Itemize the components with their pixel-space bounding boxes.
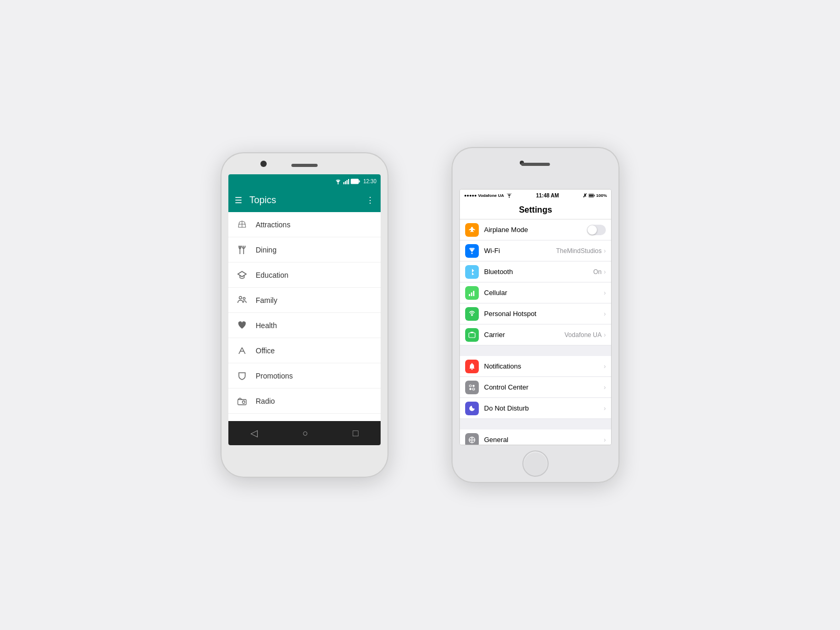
android-statusbar: 12:30 — [228, 174, 381, 188]
svg-point-36 — [471, 439, 473, 441]
ios-section-divider-2 — [460, 419, 611, 429]
ios-home-button[interactable] — [522, 450, 549, 477]
bluetooth-icon2 — [469, 268, 475, 276]
dnd-row[interactable]: Do Not Disturb › — [460, 398, 611, 419]
airplane-toggle[interactable] — [587, 225, 606, 235]
svg-point-32 — [472, 385, 475, 387]
more-icon[interactable]: ⋮ — [366, 195, 374, 205]
bluetooth-row-icon — [465, 265, 479, 279]
ios-section-network: Airplane Mode Wi-Fi TheMindStudios — [460, 219, 611, 345]
svg-rect-1 — [351, 179, 359, 184]
family-label: Family — [256, 296, 277, 304]
wifi-icon — [334, 178, 342, 184]
ios-section-notifications: Notifications › Control Center › — [460, 356, 611, 419]
general-chevron: › — [604, 436, 606, 444]
list-item[interactable]: Dining — [228, 237, 381, 262]
wifi-row[interactable]: Wi-Fi TheMindStudios › — [460, 240, 611, 261]
battery-status-icon — [589, 193, 595, 198]
list-item[interactable]: Attractions — [228, 212, 381, 237]
list-item[interactable]: Family — [228, 288, 381, 313]
promotions-icon — [236, 370, 248, 382]
cellular-row[interactable]: Cellular › — [460, 282, 611, 303]
carrier-text: ●●●●● Vodafone UA — [464, 193, 504, 198]
airplane-icon — [468, 226, 476, 234]
list-item[interactable]: Recipes — [228, 414, 381, 421]
list-item[interactable]: Promotions — [228, 363, 381, 388]
recent-button[interactable]: □ — [353, 428, 359, 439]
svg-point-34 — [472, 388, 475, 390]
ios-top-bar — [452, 147, 620, 189]
dnd-label: Do Not Disturb — [484, 404, 604, 412]
android-toolbar: ☰ Topics ⋮ — [228, 188, 381, 212]
attractions-label: Attractions — [256, 220, 290, 229]
ios-time: 11:48 AM — [536, 193, 559, 198]
health-icon — [236, 319, 248, 332]
education-label: Education — [256, 271, 288, 279]
airplane-mode-icon — [465, 223, 479, 237]
ios-section-divider-1 — [460, 345, 611, 356]
cellular-icon — [465, 286, 479, 300]
cellular-icon-svg — [468, 289, 476, 297]
control-center-icon-svg — [468, 384, 476, 391]
promotions-label: Promotions — [256, 372, 293, 380]
notifications-icon-svg — [469, 363, 475, 370]
cellular-label: Cellular — [484, 289, 604, 297]
ios-screen: ●●●●● Vodafone UA 11:48 AM ✗ 100% — [459, 189, 612, 445]
svg-point-25 — [471, 253, 473, 254]
svg-rect-30 — [469, 333, 475, 338]
battery-icon — [351, 178, 360, 184]
dnd-chevron: › — [604, 405, 606, 412]
carrier-icon — [465, 328, 479, 342]
svg-rect-26 — [469, 294, 470, 296]
control-center-label: Control Center — [484, 383, 604, 391]
notifications-icon — [465, 360, 479, 373]
notifications-row[interactable]: Notifications › — [460, 356, 611, 377]
airplane-mode-row[interactable]: Airplane Mode — [460, 219, 611, 240]
list-item[interactable]: Health — [228, 313, 381, 338]
health-label: Health — [256, 321, 277, 330]
bluetooth-row[interactable]: Bluetooth On › — [460, 261, 611, 282]
android-phone: 12:30 ☰ Topics ⋮ Attractions Dining — [220, 152, 388, 478]
hotspot-label: Personal Hotspot — [484, 310, 604, 318]
signal-bars — [343, 178, 349, 184]
bluetooth-value: On — [593, 268, 602, 276]
hotspot-row[interactable]: Personal Hotspot › — [460, 303, 611, 324]
hotspot-icon — [465, 307, 479, 321]
office-icon — [236, 344, 248, 357]
education-icon — [236, 269, 248, 281]
list-item[interactable]: Radio — [228, 388, 381, 414]
dining-label: Dining — [256, 246, 277, 254]
hamburger-icon[interactable]: ☰ — [235, 195, 242, 205]
radio-label: Radio — [256, 397, 275, 405]
ios-statusbar-right: ✗ 100% — [583, 193, 607, 198]
home-button[interactable]: ○ — [302, 428, 308, 439]
bluetooth-icon: ✗ — [583, 193, 587, 198]
svg-point-31 — [469, 385, 471, 387]
ios-settings-list: Airplane Mode Wi-Fi TheMindStudios — [460, 219, 611, 445]
back-button[interactable]: ◁ — [250, 427, 258, 439]
svg-rect-2 — [359, 180, 360, 182]
carrier-row[interactable]: Carrier Vodafone UA › — [460, 324, 611, 345]
airplane-mode-label: Airplane Mode — [484, 226, 587, 234]
wifi-row-icon — [465, 244, 479, 258]
svg-point-29 — [471, 314, 473, 316]
dining-icon — [236, 244, 248, 256]
wifi-value: TheMindStudios — [556, 247, 602, 255]
general-row[interactable]: General › — [460, 429, 611, 445]
control-center-row[interactable]: Control Center › — [460, 377, 611, 398]
list-item[interactable]: Office — [228, 338, 381, 363]
hotspot-chevron: › — [604, 310, 606, 318]
android-statusbar-icons: 12:30 — [334, 178, 376, 184]
svg-point-9 — [239, 296, 242, 299]
list-item[interactable]: Education — [228, 262, 381, 288]
svg-point-15 — [243, 401, 245, 403]
svg-point-33 — [469, 388, 471, 390]
svg-marker-8 — [238, 271, 246, 277]
general-icon-svg — [468, 436, 476, 444]
control-center-chevron: › — [604, 384, 606, 391]
svg-point-21 — [509, 197, 510, 198]
general-icon — [465, 433, 479, 445]
dnd-icon-svg — [468, 405, 476, 412]
svg-rect-23 — [589, 194, 593, 196]
ios-section-general: General › AA Display & Brightness › — [460, 429, 611, 445]
